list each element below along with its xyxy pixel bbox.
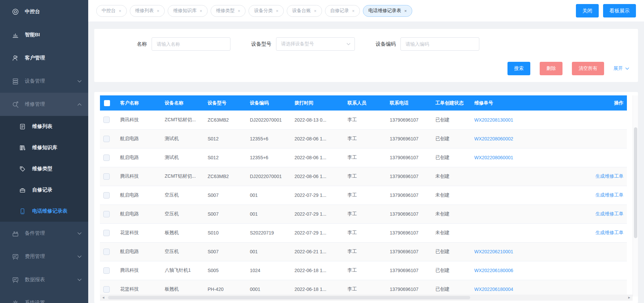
- tab-device-category[interactable]: 设备分类×: [249, 5, 284, 17]
- table-row: 航启电路 测试机 S012 12355+6 2022-08-06 1... 李工…: [100, 129, 627, 148]
- records-table: 客户名称 设备名称 设备型号 设备编码 拨打时间 联系人员 联系电话 工单创建状…: [100, 95, 627, 299]
- sidebar-item-label: 维修管理: [25, 101, 45, 107]
- code-field-group: 设备编码: [376, 37, 479, 51]
- spare-parts-icon: [12, 230, 19, 237]
- repair-order-link[interactable]: WX202208060002: [474, 136, 513, 141]
- scroll-right-arrow-icon[interactable]: ►: [628, 296, 631, 299]
- row-checkbox[interactable]: [103, 267, 110, 274]
- repair-order-link[interactable]: WX202206180006: [474, 268, 513, 273]
- row-checkbox[interactable]: [103, 173, 110, 180]
- row-checkbox[interactable]: [103, 249, 110, 255]
- sidebar-item-label: 维修列表: [32, 123, 52, 130]
- clear-all-button[interactable]: 清空所有: [572, 62, 604, 75]
- table-row: 航启电路 空压机 S007 001 2022-06-21 1... 李工 137…: [100, 242, 627, 261]
- sidebar-item-spare-parts[interactable]: 备件管理: [0, 222, 88, 245]
- table-row: 航启电路 测试机 S012 12355+6 2022-08-06 1... 李工…: [100, 148, 627, 167]
- sidebar-item-label: 设备管理: [25, 78, 45, 84]
- close-icon[interactable]: ×: [352, 8, 355, 13]
- sidebar-item-bi[interactable]: 智能BI: [0, 23, 88, 46]
- table-row: 花篮科技 板翘机 S010 S20220719 2022-07-29 1... …: [100, 223, 627, 242]
- col-code: 设备编码: [247, 95, 291, 111]
- main-area: 中控台× 维修列表× 维修知识库× 维修类型× 设备分类× 设备台账× 自修记录…: [88, 0, 644, 303]
- toolbar: 搜索 删除 清空所有 展开: [94, 62, 638, 75]
- row-checkbox[interactable]: [103, 136, 110, 142]
- tab-device-ledger[interactable]: 设备台账×: [287, 5, 322, 17]
- sidebar-item-label: 电话维修记录表: [32, 208, 67, 214]
- create-work-order-link[interactable]: 生成维修工单: [595, 211, 624, 216]
- vertical-scrollbar-thumb[interactable]: [634, 127, 637, 238]
- row-checkbox[interactable]: [103, 117, 110, 123]
- sidebar-item-cost-management[interactable]: 费用管理: [0, 245, 88, 268]
- chevron-down-icon: [77, 278, 82, 281]
- sidebar-item-phone-repair-records[interactable]: 电话维修记录表: [0, 201, 88, 222]
- chevron-down-icon: [77, 255, 82, 258]
- expand-toggle[interactable]: 展开: [613, 66, 629, 72]
- sidebar-item-console[interactable]: 中控台: [0, 0, 88, 23]
- chevron-down-icon: [77, 232, 82, 235]
- sidebar-item-label: 数据报表: [25, 276, 45, 283]
- board-display-button[interactable]: 看板展示: [603, 4, 636, 17]
- tab-repair-list[interactable]: 维修列表×: [130, 5, 165, 17]
- code-input[interactable]: [400, 37, 479, 51]
- close-icon[interactable]: ×: [119, 8, 121, 13]
- tab-console[interactable]: 中控台×: [96, 5, 127, 17]
- scroll-left-arrow-icon[interactable]: ◄: [102, 296, 105, 299]
- sidebar-item-data-reports[interactable]: 数据报表: [0, 268, 88, 291]
- sidebar-item-self-repair-records[interactable]: 自修记录: [0, 179, 88, 201]
- sidebar-item-label: 系统设置: [25, 300, 45, 303]
- sidebar-item-repair-knowledge[interactable]: 维修知识库: [0, 137, 88, 158]
- select-all-checkbox[interactable]: [104, 100, 110, 106]
- cost-board-icon: [12, 253, 19, 260]
- create-work-order-link[interactable]: 生成维修工单: [595, 173, 624, 179]
- sidebar-item-repair-list[interactable]: 维修列表: [0, 116, 88, 137]
- repair-order-link[interactable]: WX202206180004: [474, 287, 513, 292]
- create-work-order-link[interactable]: 生成维修工单: [595, 230, 624, 235]
- tab-self-repair-records[interactable]: 自修记录×: [325, 5, 360, 17]
- repair-order-link[interactable]: WX202208060001: [474, 155, 513, 160]
- repair-order-link[interactable]: WX202206210001: [474, 249, 513, 254]
- close-icon[interactable]: ×: [276, 8, 278, 13]
- table-row: 腾讯科技 八轴飞针机1 S005 1024 2022-06-18 1... 李工…: [100, 261, 627, 280]
- sidebar-item-label: 中控台: [25, 8, 40, 15]
- customers-icon: [12, 54, 19, 62]
- repair-order-link[interactable]: WX202208130001: [474, 117, 513, 123]
- sidebar-item-devices[interactable]: 设备管理: [0, 70, 88, 93]
- horizontal-scrollbar[interactable]: ◄ ►: [100, 295, 633, 301]
- gear-icon: [12, 299, 19, 303]
- close-button[interactable]: 关闭: [576, 4, 599, 17]
- table-row: 航启电路 空压机 S007 001 2022-07-29 1... 李工 137…: [100, 186, 627, 205]
- row-checkbox[interactable]: [103, 211, 110, 217]
- phone-icon: [19, 208, 26, 215]
- tab-repair-knowledge[interactable]: 维修知识库×: [168, 5, 208, 17]
- col-model: 设备型号: [204, 95, 247, 111]
- close-icon[interactable]: ×: [200, 8, 202, 13]
- model-select[interactable]: 请选择设备型号: [276, 37, 355, 51]
- sidebar-item-repair-management[interactable]: 维修管理: [0, 93, 88, 116]
- name-input[interactable]: [152, 37, 230, 51]
- tab-repair-type[interactable]: 维修类型×: [211, 5, 246, 17]
- sidebar-item-repair-type[interactable]: 维修类型: [0, 158, 88, 179]
- close-icon[interactable]: ×: [404, 8, 407, 13]
- row-checkbox[interactable]: [103, 192, 110, 199]
- col-contact: 联系人员: [344, 95, 386, 111]
- report-board-icon: [12, 276, 19, 284]
- row-checkbox[interactable]: [103, 155, 110, 161]
- delete-button[interactable]: 删除: [540, 62, 562, 75]
- search-button[interactable]: 搜索: [507, 62, 530, 75]
- close-icon[interactable]: ×: [314, 8, 317, 13]
- tab-phone-repair-records[interactable]: 电话维修记录表×: [363, 5, 412, 17]
- records-table-panel: 客户名称 设备名称 设备型号 设备编码 拨打时间 联系人员 联系电话 工单创建状…: [94, 92, 638, 303]
- create-work-order-link[interactable]: 生成维修工单: [595, 192, 624, 198]
- chevron-down-icon: [625, 67, 629, 70]
- model-select-placeholder: 请选择设备型号: [281, 41, 314, 47]
- horizontal-scrollbar-thumb[interactable]: [108, 296, 470, 299]
- col-phone: 联系电话: [386, 95, 432, 111]
- header-buttons: 关闭 看板展示: [572, 4, 636, 17]
- row-checkbox[interactable]: [103, 286, 110, 293]
- vertical-scrollbar[interactable]: [633, 95, 638, 297]
- sidebar-item-system-settings[interactable]: 系统设置: [0, 291, 88, 303]
- close-icon[interactable]: ×: [238, 8, 240, 13]
- close-icon[interactable]: ×: [157, 8, 160, 13]
- row-checkbox[interactable]: [103, 230, 110, 236]
- sidebar-item-customers[interactable]: 客户管理: [0, 46, 88, 70]
